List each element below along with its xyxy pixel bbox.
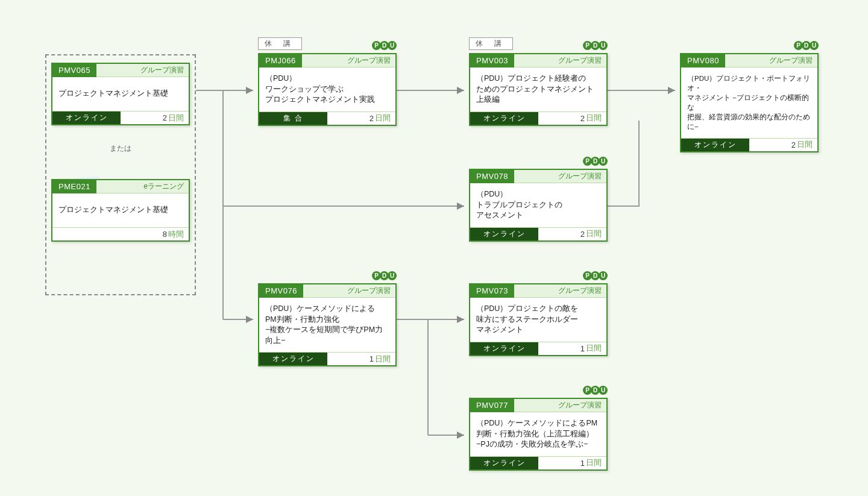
badges-pmv077: PDU <box>469 386 608 395</box>
card-format: オンライン <box>681 139 749 151</box>
card-code: PMV077 <box>470 399 514 412</box>
card-code: PME021 <box>52 180 96 193</box>
pdu-badge: PDU <box>584 41 608 50</box>
or-label: または <box>46 143 195 154</box>
pdu-badge: PDU <box>584 157 608 166</box>
card-pmv078[interactable]: PMV078 グループ演習 （PDU） トラブルプロジェクトの アセスメント オ… <box>469 169 608 242</box>
card-title: （PDU）プロジェクトの敵を 味方にするステークホルダー マネジメント <box>470 298 606 342</box>
card-duration: 2日間 <box>121 111 189 124</box>
card-title: （PDU） トラブルプロジェクトの アセスメント <box>470 183 606 227</box>
card-pmv076[interactable]: PMV076 グループ演習 （PDU）ケースメソッドによる PM判断・行動力強化… <box>258 283 397 366</box>
card-format: オンライン <box>470 457 538 469</box>
card-pmj066[interactable]: PMJ066 グループ演習 （PDU） ワークショップで学ぶ プロジェクトマネジ… <box>258 53 397 126</box>
card-code: PMV073 <box>470 284 514 298</box>
card-duration: 2日間 <box>327 112 395 125</box>
starting-group: PMV065 グループ演習 プロジェクトマネジメント基礎 オンライン 2日間 ま… <box>45 54 196 295</box>
pdu-badge: PDU <box>795 41 819 50</box>
card-title: プロジェクトマネジメント基礎 <box>52 77 189 111</box>
card-tag: グループ演習 <box>558 400 606 410</box>
card-tag: グループ演習 <box>140 65 189 75</box>
card-format: オンライン <box>470 342 538 355</box>
pdu-badge: PDU <box>373 41 397 50</box>
card-tag: グループ演習 <box>558 171 606 181</box>
card-title: （PDU） ワークショップで学ぶ プロジェクトマネジメント実践 <box>259 67 395 111</box>
badges-pmv078: PDU <box>469 157 608 166</box>
closed-badge: 休 講 <box>258 37 302 50</box>
svg-marker-15 <box>457 432 464 439</box>
svg-marker-12 <box>457 316 464 323</box>
svg-marker-6 <box>246 316 253 323</box>
card-title: プロジェクトマネジメント基礎 <box>52 193 189 227</box>
card-code: PMV065 <box>52 64 96 77</box>
closed-badge: 休 講 <box>469 37 513 50</box>
badges-pmv003: 休 講 PDU <box>469 37 608 50</box>
card-duration: 2日間 <box>538 228 606 240</box>
svg-marker-10 <box>668 87 675 94</box>
card-code: PMV078 <box>470 170 514 183</box>
card-duration: 8時間 <box>52 228 189 240</box>
card-title: （PDU）プロジェクト・ポートフォリオ・ マネジメント −プロジェクトの横断的な… <box>681 67 817 138</box>
card-code: PMV076 <box>259 284 303 298</box>
card-format: オンライン <box>470 228 538 240</box>
card-tag: グループ演習 <box>558 55 606 66</box>
card-tag: グループ演習 <box>347 286 395 296</box>
card-format: オンライン <box>259 353 327 365</box>
card-duration: 1日間 <box>538 342 606 355</box>
card-pmv073[interactable]: PMV073 グループ演習 （PDU）プロジェクトの敵を 味方にするステークホル… <box>469 283 608 356</box>
card-pmv065[interactable]: PMV065 グループ演習 プロジェクトマネジメント基礎 オンライン 2日間 <box>51 63 190 125</box>
pdu-badge: PDU <box>584 271 608 280</box>
card-duration: 2日間 <box>538 112 606 125</box>
card-duration: 2日間 <box>749 139 817 151</box>
card-format: オンライン <box>470 112 538 125</box>
card-duration: 1日間 <box>327 353 395 365</box>
card-pmv080[interactable]: PMV080 グループ演習 （PDU）プロジェクト・ポートフォリオ・ マネジメン… <box>680 53 819 152</box>
badges-pmj066: 休 講 PDU <box>258 37 397 50</box>
card-tag: グループ演習 <box>347 55 395 66</box>
badges-pmv076: PDU <box>258 271 397 280</box>
card-pmv003[interactable]: PMV003 グループ演習 （PDU）プロジェクト経験者の ためのプロジェクトマ… <box>469 53 608 126</box>
card-title: （PDU）ケースメソッドによるPM 判断・行動力強化（上流工程編） −PJの成功… <box>470 412 606 456</box>
card-code: PMV080 <box>681 54 725 67</box>
badges-pmv080: PDU <box>680 41 819 50</box>
badges-pmv073: PDU <box>469 271 608 280</box>
svg-marker-1 <box>246 87 253 94</box>
pdu-badge: PDU <box>373 271 397 280</box>
pdu-badge: PDU <box>584 386 608 395</box>
card-title: （PDU）ケースメソッドによる PM判断・行動力強化 −複数ケースを短期間で学び… <box>259 298 395 352</box>
diagram-canvas: PMV065 グループ演習 プロジェクトマネジメント基礎 オンライン 2日間 ま… <box>0 0 868 496</box>
card-title: （PDU）プロジェクト経験者の ためのプロジェクトマネジメント 上級編 <box>470 67 606 111</box>
card-format: 集 合 <box>259 112 327 125</box>
svg-marker-4 <box>457 202 464 210</box>
card-tag: eラーニング <box>143 181 189 192</box>
card-code: PMV003 <box>470 54 514 67</box>
svg-marker-8 <box>457 87 464 94</box>
card-pme021[interactable]: PME021 eラーニング プロジェクトマネジメント基礎 8時間 <box>51 179 190 242</box>
card-format: オンライン <box>52 111 121 124</box>
card-code: PMJ066 <box>259 54 302 67</box>
card-tag: グループ演習 <box>558 286 606 296</box>
card-tag: グループ演習 <box>769 55 817 66</box>
card-duration: 1日間 <box>538 457 606 469</box>
card-pmv077[interactable]: PMV077 グループ演習 （PDU）ケースメソッドによるPM 判断・行動力強化… <box>469 398 608 471</box>
